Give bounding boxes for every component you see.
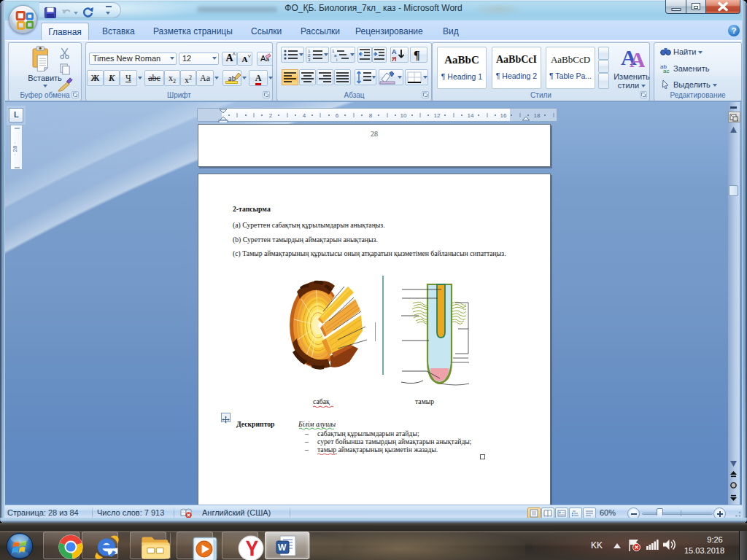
svg-text:А: А [392,48,397,55]
svg-text:A: A [630,47,645,69]
svg-text:16: 16 [500,112,507,119]
svg-text:2: 2 [269,112,273,119]
svg-text:· 28 ·: · 28 · [12,142,18,156]
svg-text:6: 6 [336,112,339,119]
svg-text:12: 12 [434,112,441,119]
svg-text:18: 18 [534,112,541,119]
svg-text:Я: Я [392,55,396,62]
svg-text:ac: ac [663,68,669,73]
svg-text:W: W [278,542,287,553]
svg-text:14: 14 [468,112,474,119]
svg-text:8: 8 [369,112,373,119]
svg-text:4: 4 [303,112,306,119]
svg-text:10: 10 [400,112,407,119]
svg-text:3: 3 [308,58,311,62]
svg-text:¶: ¶ [414,49,420,61]
svg-text:i: i [336,58,337,62]
